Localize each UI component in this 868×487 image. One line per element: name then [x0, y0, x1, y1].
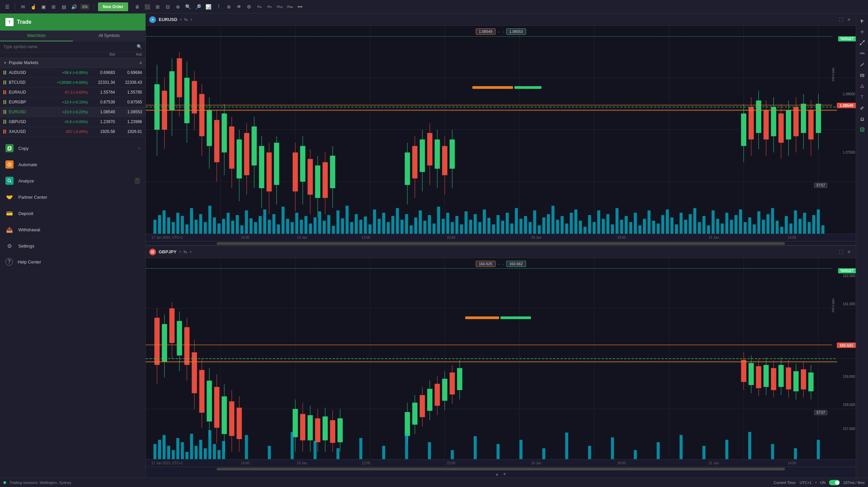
nav-automate[interactable]: Automate	[0, 156, 145, 173]
svg-rect-72	[460, 224, 463, 234]
analyze-chevron[interactable]: ˅	[135, 178, 140, 184]
svg-rect-146	[798, 219, 802, 234]
sidebar-title: Trade	[17, 19, 32, 25]
svg-rect-185	[229, 126, 234, 169]
tab-all-symbols[interactable]: All Symbols	[73, 31, 146, 41]
eurusd-scrollbar-thumb[interactable]	[217, 242, 785, 245]
xauusd-ask: 1926.61	[115, 129, 142, 134]
svg-rect-84	[515, 208, 518, 234]
chart-icon[interactable]: ▣	[40, 3, 47, 11]
rt-channel-tool[interactable]	[857, 60, 867, 69]
gbpjpy-ask-display: 160.662	[506, 261, 526, 267]
eurusd-tf-dropdown[interactable]: ▾	[191, 18, 192, 21]
rt-pencil-tool[interactable]	[857, 103, 867, 113]
monitor-icon[interactable]: 🖥	[134, 3, 141, 11]
rt-pattern-tool[interactable]	[857, 81, 867, 91]
chart-gbpjpy-body[interactable]: 160.625 → → 160.662 250.0 pips TARGET	[146, 258, 856, 459]
chart-close-btn[interactable]: ✕	[846, 16, 852, 23]
mail-icon[interactable]: ✉	[19, 3, 27, 11]
m15-icon[interactable]: m₁₅	[276, 3, 283, 11]
m1-icon[interactable]: m₁	[256, 3, 263, 11]
market-item-gbpusd[interactable]: GBPUSD +5.8 (+0.05%) 1.23970 1.23986	[0, 117, 145, 127]
layout-icon[interactable]: ⊞	[50, 3, 57, 11]
frame-icon[interactable]: ⬛	[144, 3, 151, 11]
timezone-display[interactable]: UTC+1	[800, 481, 811, 485]
window-icon[interactable]: ▤	[60, 3, 67, 11]
crosshair-icon[interactable]: ⊕	[174, 3, 182, 11]
nav-withdrawal[interactable]: 📤 Withdrawal	[0, 221, 145, 238]
panel-up-arrow[interactable]: ▲	[495, 472, 499, 476]
svg-rect-28	[259, 216, 262, 234]
rt-cursor-tool[interactable]	[857, 16, 867, 26]
nav-deposit[interactable]: 💳 Deposit	[0, 205, 145, 221]
nav-help[interactable]: ? Help Center	[0, 254, 145, 270]
search2-icon[interactable]: 🔍	[184, 3, 192, 11]
m30-icon[interactable]: m₃₀	[286, 3, 294, 11]
section-menu-icon[interactable]: ≡	[139, 60, 142, 65]
rt-object-list[interactable]	[857, 125, 867, 134]
chart-eurusd-body[interactable]: 1.08549 → → 1.08553 100.0 pips TARGET	[146, 26, 856, 234]
gbpjpy-timeframe[interactable]: h₁	[184, 250, 187, 254]
more-icon[interactable]: •••	[296, 3, 304, 11]
menu-icon[interactable]: ☰	[3, 3, 11, 11]
nav-settings[interactable]: ⚙ Settings	[0, 238, 145, 254]
svg-rect-241	[801, 104, 806, 133]
rt-line-tool[interactable]	[857, 38, 867, 47]
market-item-xauusd[interactable]: XAUUSD -557 (-0.29%) 1926.58 1926.61	[0, 127, 145, 137]
eye-icon[interactable]: 👁	[235, 3, 243, 11]
nav-partner[interactable]: 🤝 Partner Center	[0, 189, 145, 205]
rt-crosshair-tool[interactable]: ✛	[857, 27, 867, 37]
grid2-icon[interactable]: ⊟	[164, 3, 172, 11]
nav-copy[interactable]: Copy ›	[0, 140, 145, 156]
svg-rect-280	[542, 448, 545, 459]
svg-rect-75	[474, 214, 477, 234]
gbpjpy-scrollbar-thumb[interactable]	[217, 468, 785, 470]
chart2-close-btn[interactable]: ✕	[846, 249, 852, 255]
eurusd-scrollbar[interactable]	[146, 241, 856, 245]
svg-rect-41	[318, 211, 321, 234]
settings2-icon[interactable]: ⚙	[245, 3, 253, 11]
m5-icon[interactable]: m₅	[266, 3, 273, 11]
zoom-icon[interactable]: 🔎	[195, 3, 202, 11]
rt-hline-tool[interactable]	[857, 49, 867, 58]
language-badge[interactable]: EN	[80, 4, 90, 9]
svg-rect-70	[451, 222, 454, 234]
status-toggle[interactable]	[829, 480, 840, 485]
svg-rect-9	[172, 222, 175, 234]
gbpjpy-scrollbar[interactable]	[146, 467, 856, 471]
facebook-icon[interactable]: f	[215, 3, 222, 11]
search-input[interactable]	[3, 44, 137, 49]
market-item-btcusd[interactable]: BTCUSD +138300 (+6.60%) 22331.34 22336.4…	[0, 78, 145, 87]
tab-watchlists[interactable]: Watchlists	[0, 31, 73, 41]
grid-icon[interactable]: ⊞	[154, 3, 161, 11]
indicator-icon[interactable]: 📊	[205, 3, 212, 11]
rt-text-tool[interactable]: T	[857, 92, 867, 102]
rt-fib-tool[interactable]	[857, 71, 867, 80]
cursor-icon[interactable]: ☝	[29, 3, 37, 11]
market-bars-btcusd	[3, 80, 6, 84]
nav-analyze[interactable]: Analyze ˅	[0, 173, 145, 189]
eurusd-timeframe[interactable]: h₁	[184, 17, 188, 22]
new-order-button[interactable]: New Order	[98, 2, 128, 11]
volume-icon[interactable]: 🔊	[70, 3, 78, 11]
chart-maximize-btn[interactable]: ⛶	[837, 16, 844, 23]
layers-icon[interactable]: ⊛	[225, 3, 233, 11]
chart2-maximize-btn[interactable]: ⛶	[837, 249, 844, 255]
gbpjpy-tf-dropdown[interactable]: ▾	[190, 250, 192, 254]
rt-eraser-tool[interactable]	[857, 114, 867, 123]
market-item-euraud[interactable]: EURAUD -97.3 (-0.62%) 1.55764 1.55785	[0, 87, 145, 97]
toggle-track[interactable]	[829, 480, 840, 485]
panel-down-arrow[interactable]: ▼	[502, 472, 507, 476]
gbpjpy-chart-symbol: GBPJPY	[159, 249, 177, 254]
svg-rect-85	[519, 219, 522, 234]
timezone-dropdown[interactable]: ▾	[815, 481, 817, 484]
market-item-audusd[interactable]: AUDUSD +58.4 (+0.85%) 0.69683 0.69684	[0, 68, 145, 78]
svg-rect-17	[208, 206, 211, 234]
eurusd-dropdown[interactable]: ▾	[180, 18, 182, 21]
collapse-icon[interactable]: ▼	[3, 61, 7, 65]
gbpjpy-dropdown[interactable]: ▾	[179, 250, 181, 254]
market-item-eurgbp[interactable]: EURGBP +13.4 (+0.15%) 0.87539 0.87565	[0, 97, 145, 107]
market-item-eurusd[interactable]: EURUSD +23.9 (+0.22%) 1.08549 1.08553	[0, 107, 145, 117]
svg-rect-103	[602, 219, 605, 234]
svg-rect-348	[420, 395, 425, 417]
